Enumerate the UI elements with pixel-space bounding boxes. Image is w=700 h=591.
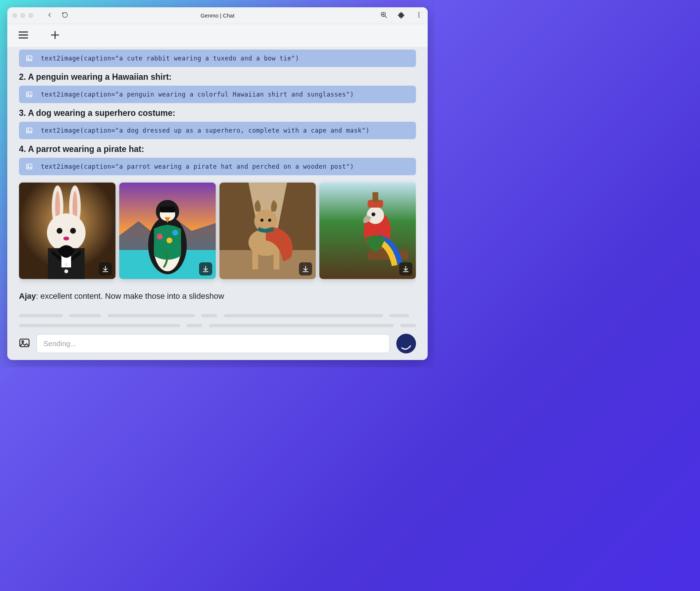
- attach-image-icon[interactable]: [19, 338, 30, 349]
- svg-point-14: [28, 57, 29, 58]
- code-text: text2image(caption="a penguin wearing a …: [41, 91, 354, 98]
- svg-point-43: [166, 238, 172, 243]
- svg-point-20: [28, 165, 29, 167]
- svg-point-32: [64, 263, 68, 267]
- svg-point-16: [28, 93, 29, 94]
- download-icon[interactable]: [99, 262, 112, 275]
- zoom-dot[interactable]: [28, 13, 33, 18]
- svg-point-33: [64, 269, 68, 273]
- svg-line-2: [385, 16, 387, 17]
- code-block[interactable]: text2image(caption="a dog dressed up as …: [19, 122, 416, 139]
- menu-icon[interactable]: [18, 31, 28, 40]
- download-icon[interactable]: [199, 262, 212, 275]
- gen-image-penguin[interactable]: [119, 183, 216, 279]
- composer: [19, 329, 416, 360]
- reload-icon[interactable]: [62, 12, 68, 20]
- minimize-dot[interactable]: [20, 13, 25, 18]
- prompt-heading: 4. A parrot wearing a pirate hat:: [19, 144, 416, 154]
- image-icon: [26, 163, 33, 170]
- svg-point-53: [260, 219, 263, 222]
- image-icon: [26, 127, 33, 134]
- svg-point-28: [70, 228, 76, 234]
- svg-point-29: [63, 236, 69, 240]
- prompt-heading: 2. A penguin wearing a Hawaiian shirt:: [19, 72, 416, 82]
- code-text: text2image(caption="a cute rabbit wearin…: [41, 55, 299, 62]
- image-gallery: [19, 183, 416, 279]
- app-window: Genmo | Chat text2image(caption="a cu: [7, 7, 428, 360]
- svg-point-44: [172, 230, 178, 236]
- zoom-in-icon[interactable]: [380, 11, 388, 20]
- download-icon[interactable]: [299, 262, 312, 275]
- svg-point-42: [157, 234, 163, 239]
- code-text: text2image(caption="a parrot wearing a p…: [41, 163, 354, 170]
- user-text: : excellent content. Now make those into…: [36, 291, 224, 301]
- svg-point-6: [418, 14, 419, 15]
- code-text: text2image(caption="a dog dressed up as …: [41, 127, 370, 134]
- svg-point-5: [418, 12, 419, 13]
- svg-point-54: [268, 219, 271, 222]
- window-controls[interactable]: [12, 13, 33, 18]
- composer-input[interactable]: [36, 334, 390, 353]
- window-title: Genmo | Chat: [7, 12, 428, 19]
- svg-rect-40: [160, 207, 175, 212]
- svg-point-59: [372, 212, 376, 216]
- extensions-icon[interactable]: [398, 11, 405, 20]
- download-icon[interactable]: [399, 262, 412, 275]
- svg-rect-61: [373, 192, 378, 201]
- more-icon[interactable]: [415, 11, 423, 20]
- svg-point-18: [28, 129, 29, 130]
- send-button[interactable]: [396, 334, 416, 353]
- svg-point-7: [418, 16, 419, 17]
- user-message: Ajay: excellent content. Now make those …: [19, 291, 416, 301]
- new-chat-icon[interactable]: [50, 30, 60, 41]
- svg-point-63: [22, 341, 24, 343]
- gen-image-rabbit[interactable]: [19, 183, 116, 279]
- gen-image-parrot[interactable]: [319, 183, 416, 279]
- svg-point-27: [57, 228, 62, 234]
- image-icon: [26, 91, 33, 98]
- gen-image-dog[interactable]: [219, 183, 316, 279]
- prompt-heading: 3. A dog wearing a superhero costume:: [19, 108, 416, 118]
- svg-point-58: [367, 207, 384, 224]
- titlebar: Genmo | Chat: [7, 7, 428, 24]
- close-dot[interactable]: [12, 13, 17, 18]
- app-toolbar: [7, 24, 428, 47]
- user-name: Ajay: [19, 291, 36, 301]
- image-icon: [26, 55, 33, 62]
- loading-skeleton: [19, 314, 416, 327]
- nav-buttons: [46, 12, 68, 20]
- code-block[interactable]: text2image(caption="a parrot wearing a p…: [19, 158, 416, 175]
- code-block[interactable]: text2image(caption="a penguin wearing a …: [19, 86, 416, 103]
- code-block[interactable]: text2image(caption="a cute rabbit wearin…: [19, 50, 416, 67]
- chat-content: text2image(caption="a cute rabbit wearin…: [7, 47, 428, 360]
- svg-rect-50: [252, 244, 258, 269]
- back-icon[interactable]: [46, 12, 53, 20]
